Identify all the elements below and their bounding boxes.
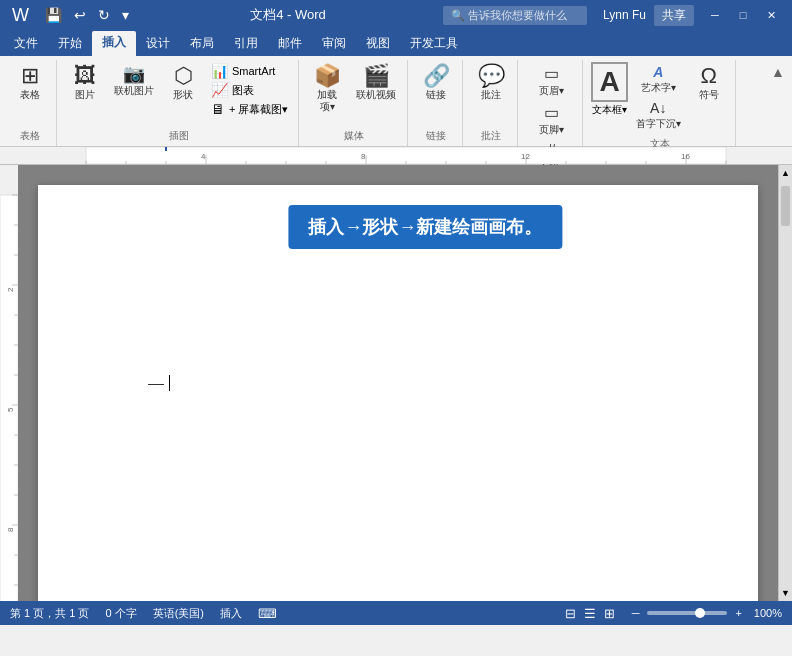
layout-view-button[interactable]: ⊟ <box>565 606 576 621</box>
svg-text:16: 16 <box>681 152 690 161</box>
title-bar: W 💾 ↩ ↻ ▾ 文档4 - Word 🔍 告诉我你想要做什么 Lynn Fu… <box>0 0 792 30</box>
smartart-button[interactable]: 📊 SmartArt <box>207 62 292 80</box>
online-video-button[interactable]: 🎬 联机视频 <box>351 62 401 104</box>
minimize-button[interactable]: ─ <box>702 5 728 25</box>
user-name[interactable]: Lynn Fu <box>603 8 646 22</box>
scroll-thumb[interactable] <box>781 186 790 226</box>
maximize-button[interactable]: □ <box>730 5 756 25</box>
word-icon: W <box>8 3 33 28</box>
menu-bar: 文件 开始 插入 设计 布局 引用 邮件 审阅 视图 开发工具 <box>0 30 792 56</box>
main-area: 2 5 8 插入→形状→新建绘画画布。 ▲ ▼ <box>0 165 792 601</box>
group-media: 📦 加载项▾ 🎬 联机视频 媒体 <box>301 60 408 146</box>
menu-home[interactable]: 开始 <box>48 32 92 55</box>
window-controls: ─ □ ✕ <box>702 5 784 25</box>
picture-icon: 🖼 <box>74 65 96 87</box>
text-cursor-area <box>148 375 170 391</box>
document-area[interactable]: 插入→形状→新建绘画画布。 <box>18 165 778 601</box>
menu-mailings[interactable]: 邮件 <box>268 32 312 55</box>
close-button[interactable]: ✕ <box>758 5 784 25</box>
search-box[interactable]: 🔍 告诉我你想要做什么 <box>443 6 587 25</box>
zoom-level: 100% <box>754 607 782 619</box>
menu-insert[interactable]: 插入 <box>92 31 136 56</box>
group-links: 🔗 链接 链接 <box>410 60 463 146</box>
online-picture-icon: 📷 <box>123 65 145 83</box>
zoom-slider[interactable] <box>647 611 727 615</box>
chart-button[interactable]: 📈 图表 <box>207 81 292 99</box>
group-comments: 💬 批注 批注 <box>465 60 518 146</box>
scroll-down-button[interactable]: ▼ <box>779 585 792 601</box>
table-icon: ⊞ <box>21 65 39 87</box>
text-cursor <box>169 375 170 391</box>
customize-button[interactable]: ▾ <box>118 5 133 25</box>
group-table: ⊞ 表格 表格 <box>4 60 57 146</box>
redo-button[interactable]: ↻ <box>94 5 114 25</box>
cursor-line <box>148 384 164 385</box>
menu-review[interactable]: 审阅 <box>312 32 356 55</box>
svg-text:8: 8 <box>361 152 366 161</box>
svg-text:8: 8 <box>6 527 15 532</box>
svg-text:12: 12 <box>521 152 530 161</box>
shapes-button[interactable]: ⬡ 形状 <box>163 62 203 104</box>
group-links-label: 链接 <box>416 127 456 146</box>
scroll-track[interactable] <box>779 181 792 585</box>
ribbon-collapse-button[interactable]: ▲ <box>768 64 788 80</box>
read-view-button[interactable]: ☰ <box>584 606 596 621</box>
link-icon: 🔗 <box>423 65 450 87</box>
language: 英语(美国) <box>153 606 204 621</box>
undo-button[interactable]: ↩ <box>70 5 90 25</box>
wordart-icon: A <box>653 64 663 80</box>
svg-text:5: 5 <box>6 407 15 412</box>
word-count: 0 个字 <box>105 606 136 621</box>
menu-file[interactable]: 文件 <box>4 32 48 55</box>
smartart-col: 📊 SmartArt 📈 图表 🖥 + 屏幕截图▾ <box>207 62 292 118</box>
insert-icon: ⌨ <box>258 606 277 621</box>
menu-design[interactable]: 设计 <box>136 32 180 55</box>
zoom-out-button[interactable]: ─ <box>632 607 640 619</box>
svg-text:2: 2 <box>6 287 15 292</box>
footer-button[interactable]: ▭ 页脚▾ <box>533 101 569 139</box>
scroll-up-button[interactable]: ▲ <box>779 165 792 181</box>
textbox-button[interactable]: A <box>591 62 627 102</box>
text-col1: A 文本框▾ <box>591 62 627 117</box>
symbol-button[interactable]: Ω 符号 <box>689 62 729 104</box>
comment-icon: 💬 <box>478 65 505 87</box>
zoom-in-button[interactable]: + <box>735 607 741 619</box>
symbol-icon: Ω <box>700 65 716 87</box>
picture-button[interactable]: 🖼 图片 <box>65 62 105 104</box>
zoom-thumb <box>695 608 705 618</box>
menu-references[interactable]: 引用 <box>224 32 268 55</box>
smartart-icon: 📊 <box>211 63 228 79</box>
web-view-button[interactable]: ⊞ <box>604 606 615 621</box>
group-illustration: 🖼 图片 📷 联机图片 ⬡ 形状 📊 SmartArt <box>59 60 299 146</box>
chart-icon: 📈 <box>211 82 228 98</box>
table-button[interactable]: ⊞ 表格 <box>10 62 50 104</box>
group-table-label: 表格 <box>10 127 50 146</box>
share-button[interactable]: 共享 <box>654 5 694 26</box>
screenshot-icon: 🖥 <box>211 101 225 117</box>
addins-icon: 📦 <box>314 65 341 87</box>
menu-view[interactable]: 视图 <box>356 32 400 55</box>
link-button[interactable]: 🔗 链接 <box>416 62 456 104</box>
ribbon-content: ⊞ 表格 表格 🖼 图片 📷 联机图片 ⬡ 形状 <box>0 56 792 146</box>
search-icon: 🔍 <box>451 9 465 21</box>
wordart-button[interactable]: A 艺术字▾ <box>632 62 685 97</box>
menu-layout[interactable]: 布局 <box>180 32 224 55</box>
page-info: 第 1 页，共 1 页 <box>10 606 89 621</box>
screenshot-button[interactable]: 🖥 + 屏幕截图▾ <box>207 100 292 118</box>
comment-button[interactable]: 💬 批注 <box>471 62 511 104</box>
textbox-label: 文本框▾ <box>592 103 627 117</box>
group-comments-label: 批注 <box>471 127 511 146</box>
save-button[interactable]: 💾 <box>41 5 66 25</box>
document-page[interactable]: 插入→形状→新建绘画画布。 <box>38 185 758 601</box>
dropcap-button[interactable]: A↓ 首字下沉▾ <box>632 98 685 133</box>
header-button[interactable]: ▭ 页眉▾ <box>533 62 569 100</box>
menu-developer[interactable]: 开发工具 <box>400 32 468 55</box>
shapes-icon: ⬡ <box>174 65 193 87</box>
vertical-ruler: 2 5 8 <box>0 165 18 601</box>
user-area: 🔍 告诉我你想要做什么 Lynn Fu 共享 <box>443 5 694 26</box>
addins-button[interactable]: 📦 加载项▾ <box>307 62 347 116</box>
ribbon: ⊞ 表格 表格 🖼 图片 📷 联机图片 ⬡ 形状 <box>0 56 792 147</box>
footer-icon: ▭ <box>544 103 559 122</box>
online-picture-button[interactable]: 📷 联机图片 <box>109 62 159 100</box>
svg-rect-25 <box>0 195 18 601</box>
